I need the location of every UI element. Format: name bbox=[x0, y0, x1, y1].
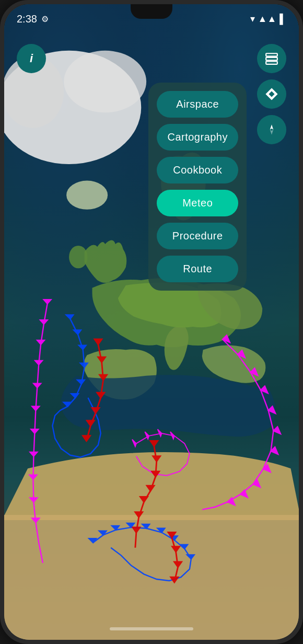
svg-marker-53 bbox=[92, 408, 99, 413]
map-type-button[interactable] bbox=[257, 79, 286, 109]
menu-item-cookbook[interactable]: Cookbook bbox=[157, 157, 238, 183]
svg-marker-50 bbox=[98, 357, 106, 362]
svg-marker-26 bbox=[253, 480, 260, 487]
home-bar bbox=[110, 627, 193, 630]
right-buttons-panel bbox=[257, 44, 286, 144]
svg-marker-66 bbox=[171, 577, 178, 582]
svg-marker-9 bbox=[37, 340, 44, 344]
settings-icon: ⚙ bbox=[41, 14, 49, 24]
status-time: 2:38 bbox=[17, 13, 37, 25]
svg-marker-16 bbox=[30, 498, 38, 502]
menu-item-meteo[interactable]: Meteo bbox=[157, 190, 238, 216]
wifi-icon: ▾ bbox=[250, 13, 255, 25]
svg-marker-72 bbox=[270, 124, 274, 130]
svg-marker-12 bbox=[32, 406, 39, 410]
layers-button[interactable] bbox=[257, 44, 286, 73]
svg-marker-57 bbox=[153, 456, 160, 462]
svg-marker-7 bbox=[44, 300, 51, 304]
svg-marker-54 bbox=[87, 421, 95, 426]
svg-marker-56 bbox=[150, 441, 158, 446]
svg-marker-38 bbox=[71, 394, 78, 398]
svg-marker-34 bbox=[74, 330, 81, 335]
svg-marker-35 bbox=[79, 346, 86, 350]
svg-marker-61 bbox=[135, 512, 143, 518]
svg-marker-29 bbox=[132, 440, 136, 447]
svg-marker-17 bbox=[32, 518, 39, 522]
layers-icon bbox=[265, 52, 278, 65]
notch bbox=[131, 4, 172, 19]
svg-marker-10 bbox=[35, 361, 42, 365]
menu-item-cartography[interactable]: Cartography bbox=[157, 124, 238, 151]
diamond-icon bbox=[265, 87, 278, 101]
svg-rect-69 bbox=[266, 61, 277, 64]
menu-item-airspace[interactable]: Airspace bbox=[157, 91, 238, 118]
compass-button[interactable] bbox=[257, 115, 286, 144]
svg-marker-62 bbox=[133, 527, 140, 533]
svg-marker-24 bbox=[271, 447, 278, 454]
svg-marker-27 bbox=[240, 490, 248, 498]
svg-marker-52 bbox=[97, 393, 104, 398]
svg-marker-15 bbox=[30, 475, 37, 479]
compass-icon bbox=[265, 123, 278, 136]
phone-frame: 2:38 ⚙ ▾ ▲▲ ▌ bbox=[0, 0, 303, 644]
info-icon: i bbox=[30, 52, 33, 65]
svg-marker-39 bbox=[64, 402, 71, 407]
svg-marker-60 bbox=[141, 497, 148, 502]
svg-marker-33 bbox=[66, 315, 74, 319]
signal-icon: ▲▲ bbox=[258, 14, 277, 25]
svg-marker-23 bbox=[273, 427, 281, 434]
svg-marker-65 bbox=[174, 562, 182, 567]
svg-marker-64 bbox=[172, 547, 180, 552]
svg-marker-36 bbox=[80, 363, 88, 367]
svg-rect-68 bbox=[266, 58, 277, 60]
svg-marker-48 bbox=[187, 555, 194, 559]
svg-marker-18 bbox=[223, 335, 230, 342]
svg-marker-49 bbox=[95, 339, 102, 344]
menu-item-route[interactable]: Route bbox=[157, 256, 238, 282]
svg-marker-13 bbox=[31, 429, 39, 433]
phone-inner: 2:38 ⚙ ▾ ▲▲ ▌ bbox=[4, 4, 299, 640]
svg-marker-40 bbox=[89, 538, 96, 543]
svg-marker-73 bbox=[270, 130, 274, 135]
svg-marker-37 bbox=[77, 380, 85, 384]
status-right: ▾ ▲▲ ▌ bbox=[250, 13, 286, 25]
menu-panel: Airspace Cartography Cookbook Meteo Proc… bbox=[148, 83, 247, 291]
status-left: 2:38 ⚙ bbox=[17, 13, 49, 25]
battery-icon: ▌ bbox=[279, 14, 286, 25]
svg-rect-67 bbox=[266, 53, 277, 56]
info-button[interactable]: i bbox=[17, 44, 46, 73]
svg-marker-11 bbox=[33, 384, 41, 388]
svg-marker-58 bbox=[152, 472, 159, 477]
svg-marker-8 bbox=[40, 320, 48, 324]
menu-item-procedure[interactable]: Procedure bbox=[157, 223, 238, 249]
svg-marker-31 bbox=[158, 429, 162, 436]
svg-marker-59 bbox=[147, 486, 154, 491]
svg-marker-55 bbox=[83, 436, 90, 441]
svg-marker-14 bbox=[30, 452, 38, 456]
svg-marker-51 bbox=[100, 375, 107, 380]
